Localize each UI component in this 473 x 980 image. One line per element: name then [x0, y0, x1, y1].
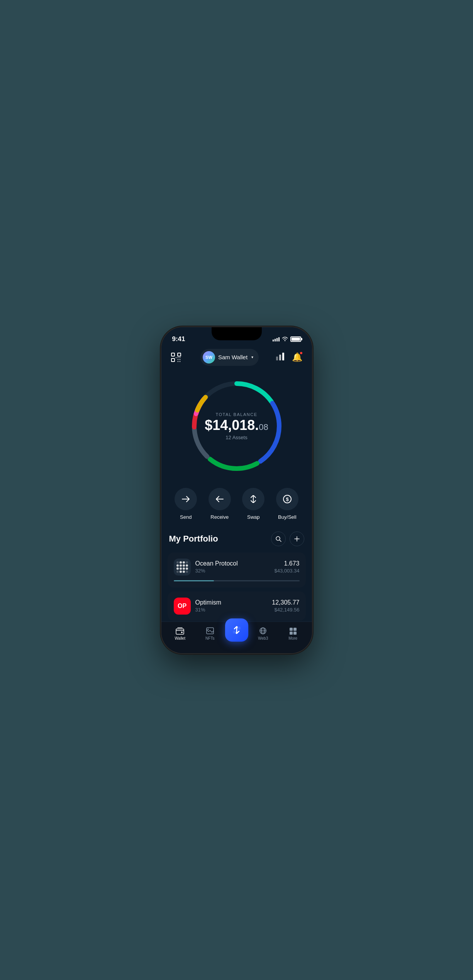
- header-actions: 🔔: [276, 350, 304, 364]
- plus-icon: [294, 536, 300, 542]
- swap-icon: [249, 495, 257, 503]
- svg-rect-1: [178, 353, 181, 356]
- portfolio-title: My Portfolio: [169, 534, 218, 544]
- nfts-icon: [206, 627, 214, 635]
- svg-rect-5: [178, 357, 178, 358]
- scan-icon: [171, 353, 181, 362]
- optimism-name: Optimism: [195, 599, 222, 606]
- wallet-icon: [176, 627, 184, 635]
- notch: [212, 327, 262, 340]
- send-icon-circle: [175, 488, 197, 510]
- web3-icon: [259, 627, 267, 635]
- svg-rect-2: [171, 358, 175, 362]
- header: SW Sam Wallet ▾ 🔔: [161, 346, 312, 372]
- svg-rect-12: [279, 355, 281, 360]
- add-asset-button[interactable]: [290, 532, 304, 546]
- svg-rect-0: [171, 353, 175, 356]
- svg-rect-36: [290, 628, 293, 631]
- svg-rect-7: [178, 359, 178, 360]
- send-button[interactable]: Send: [175, 488, 197, 520]
- svg-rect-9: [178, 361, 178, 362]
- portfolio-actions: [271, 532, 304, 546]
- portfolio-section: My Portfolio: [161, 532, 312, 621]
- asset-card-optimism[interactable]: OP Optimism 31% 12,305.77 $42,149.56: [168, 591, 306, 621]
- more-icon: [289, 627, 297, 635]
- asset-card-ocean[interactable]: Ocean Protocol 32% 1.673 $43,003.34: [168, 552, 306, 588]
- chevron-down-icon: ▾: [251, 355, 253, 359]
- battery-icon: [290, 336, 301, 342]
- tab-more[interactable]: More: [278, 627, 308, 640]
- phone-screen: 9:41: [161, 327, 312, 653]
- ocean-percent: 32%: [195, 568, 238, 574]
- svg-point-33: [233, 630, 236, 634]
- swap-button[interactable]: Swap: [242, 488, 264, 520]
- receive-button[interactable]: Receive: [209, 488, 231, 520]
- chart-button[interactable]: [276, 353, 285, 362]
- ocean-name: Ocean Protocol: [195, 560, 238, 567]
- svg-rect-38: [290, 632, 293, 635]
- swap-label: Swap: [247, 514, 260, 520]
- svg-point-31: [207, 628, 209, 630]
- receive-label: Receive: [210, 514, 229, 520]
- svg-rect-37: [293, 628, 297, 631]
- optimism-icon: OP: [174, 598, 191, 615]
- svg-rect-39: [293, 632, 297, 635]
- action-buttons: Send Receive Swap: [161, 484, 312, 532]
- send-label: Send: [180, 514, 192, 520]
- wallet-tab-label: Wallet: [175, 636, 185, 640]
- tab-wallet[interactable]: Wallet: [165, 627, 195, 640]
- buysell-label: Buy/Sell: [278, 514, 297, 520]
- svg-text:$: $: [286, 496, 289, 502]
- balance-display: TOTAL BALANCE $14,018.08 12 Assets: [205, 412, 268, 440]
- ocean-value: $43,003.34: [274, 568, 299, 574]
- notification-badge: [299, 351, 303, 355]
- chart-icon: [276, 353, 285, 360]
- svg-rect-28: [176, 629, 184, 634]
- receive-icon-circle: [209, 488, 231, 510]
- tab-nfts[interactable]: NFTs: [195, 627, 225, 640]
- tab-web3[interactable]: Web3: [248, 627, 278, 640]
- svg-line-25: [280, 540, 281, 542]
- donut-container: TOTAL BALANCE $14,018.08 12 Assets: [186, 376, 287, 476]
- more-tab-label: More: [288, 636, 297, 640]
- nfts-tab-label: NFTs: [205, 636, 214, 640]
- search-icon: [275, 536, 281, 542]
- receive-icon: [215, 496, 224, 503]
- portfolio-header: My Portfolio: [168, 532, 306, 546]
- svg-point-29: [181, 632, 183, 633]
- buysell-button[interactable]: $ Buy/Sell: [276, 488, 298, 520]
- wifi-icon: [282, 336, 288, 342]
- user-name: Sam Wallet: [218, 354, 248, 360]
- svg-rect-11: [276, 357, 278, 360]
- balance-chart: TOTAL BALANCE $14,018.08 12 Assets: [161, 372, 312, 484]
- center-swap-icon: [232, 625, 242, 635]
- user-selector[interactable]: SW Sam Wallet ▾: [200, 349, 259, 366]
- svg-rect-6: [180, 357, 180, 358]
- web3-tab-label: Web3: [258, 636, 268, 640]
- total-label: TOTAL BALANCE: [205, 412, 268, 416]
- asset-count: 12 Assets: [205, 434, 268, 440]
- ocean-amount: 1.673: [274, 560, 299, 567]
- tab-center-swap[interactable]: [225, 618, 248, 642]
- svg-rect-10: [180, 361, 180, 362]
- search-button[interactable]: [271, 532, 286, 546]
- status-icons: [273, 336, 301, 342]
- tab-bar: Wallet NFTs: [161, 622, 312, 653]
- buysell-icon-circle: $: [276, 488, 298, 510]
- status-time: 9:41: [172, 335, 185, 343]
- total-amount: $14,018.08: [205, 418, 268, 432]
- scan-button[interactable]: [169, 350, 183, 364]
- optimism-value: $42,149.56: [272, 607, 299, 613]
- optimism-amount: 12,305.77: [272, 599, 299, 606]
- svg-rect-8: [180, 359, 180, 360]
- ocean-progress-bar: [174, 580, 300, 581]
- avatar: SW: [203, 351, 215, 363]
- swap-icon-circle: [242, 488, 264, 510]
- phone-frame: 9:41: [161, 327, 312, 653]
- send-icon: [181, 496, 190, 503]
- signal-icon: [273, 336, 280, 341]
- notification-button[interactable]: 🔔: [290, 350, 304, 364]
- ocean-protocol-icon: [174, 559, 191, 576]
- svg-rect-4: [176, 357, 176, 358]
- buysell-icon: $: [283, 494, 292, 504]
